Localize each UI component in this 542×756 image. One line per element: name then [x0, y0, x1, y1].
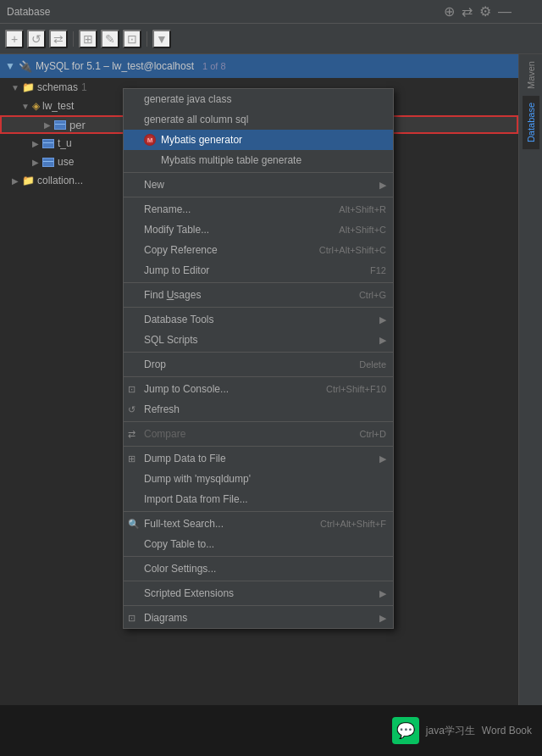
minimize-icon[interactable]: —	[498, 4, 512, 19]
menu-copy-ref[interactable]: Copy Reference Ctrl+Alt+Shift+C	[124, 240, 393, 260]
menu-diagrams-label: Diagrams	[144, 612, 379, 624]
mybatis-icon: M	[144, 134, 156, 146]
arrow-right-icon-4: ▶	[10, 175, 20, 186]
menu-import-data[interactable]: Import Data from File...	[124, 489, 393, 509]
menu-rename-shortcut: Alt+Shift+R	[339, 204, 386, 214]
search-icon: 🔍	[128, 519, 140, 530]
schemas-folder-icon: 📁	[22, 81, 35, 93]
use-label: use	[58, 156, 74, 168]
menu-sql-scripts[interactable]: SQL Scripts ▶	[124, 330, 393, 350]
grid-button[interactable]: ⊞	[79, 30, 97, 48]
menu-modify-table-shortcut: Alt+Shift+C	[339, 225, 386, 235]
menu-rename[interactable]: Rename... Alt+Shift+R	[124, 199, 393, 220]
menu-dump-file[interactable]: ⊞ Dump Data to File ▶	[124, 448, 393, 469]
menu-sep-12	[124, 605, 393, 606]
menu-sql-scripts-label: SQL Scripts	[144, 334, 379, 346]
menu-scripted-ext[interactable]: Scripted Extensions ▶	[124, 583, 393, 603]
view-button[interactable]: ⊡	[123, 30, 141, 48]
collapse-arrow: ▼	[5, 60, 15, 72]
right-tabs: Maven Database	[518, 54, 542, 756]
menu-diagrams[interactable]: ⊡ Diagrams ▶	[124, 608, 393, 628]
menu-mybatis-multi-label: Mybatis multiple table generate	[161, 154, 386, 166]
menu-diagrams-arrow: ▶	[379, 613, 386, 624]
tu-label: t_u	[58, 137, 72, 149]
menu-full-text-label: Full-text Search...	[144, 518, 303, 530]
main-area: ▼ 🔌 MySQL for 5.1 – lw_test@localhost 1 …	[0, 54, 542, 756]
filter-button[interactable]: ▼	[152, 30, 171, 48]
page-indicator: 1 of 8	[202, 61, 226, 71]
menu-generate-sql[interactable]: generate all column sql	[124, 109, 393, 130]
menu-find-usages[interactable]: Find Usages Ctrl+G	[124, 285, 393, 305]
add-icon[interactable]: ⊕	[444, 3, 455, 19]
sync-button[interactable]: ⇄	[49, 30, 68, 48]
title-bar-text: Database	[7, 6, 50, 18]
db-connection-header[interactable]: ▼ 🔌 MySQL for 5.1 – lw_test@localhost 1 …	[0, 54, 518, 78]
menu-rename-label: Rename...	[144, 203, 322, 215]
menu-copy-table[interactable]: Copy Table to...	[124, 534, 393, 554]
menu-sep-7	[124, 421, 393, 422]
menu-compare: ⇄ Compare Ctrl+D	[124, 424, 393, 444]
swap-icon[interactable]: ⇄	[462, 3, 473, 19]
lw-test-label: lw_test	[42, 100, 74, 112]
menu-sep-9	[124, 511, 393, 512]
arrow-down-icon-2: ▼	[20, 101, 30, 111]
tab-maven[interactable]: Maven	[523, 54, 539, 96]
menu-mybatis-gen[interactable]: M Mybatis generator	[124, 130, 393, 150]
menu-new-arrow: ▶	[379, 180, 386, 191]
refresh-button[interactable]: ↺	[27, 30, 46, 48]
toolbar: + ↺ ⇄ ⊞ ✎ ⊡ ▼	[0, 24, 542, 54]
menu-sep-3	[124, 282, 393, 283]
arrow-right-icon-2: ▶	[30, 138, 41, 148]
menu-drop-shortcut: Delete	[359, 359, 386, 370]
menu-modify-table[interactable]: Modify Table... Alt+Shift+C	[124, 220, 393, 240]
menu-copy-ref-shortcut: Ctrl+Alt+Shift+C	[319, 245, 386, 255]
toolbar-sep-2	[147, 31, 147, 47]
menu-db-tools-arrow: ▶	[379, 314, 386, 325]
menu-generate-java[interactable]: generate java class	[124, 89, 393, 109]
menu-copy-ref-label: Copy Reference	[144, 244, 302, 256]
mybatis-multi-icon	[144, 154, 156, 166]
menu-compare-shortcut: Ctrl+D	[360, 429, 386, 439]
wechat-icon: 💬	[392, 717, 419, 744]
menu-refresh[interactable]: ↺ Refresh	[124, 399, 393, 420]
menu-jump-console-shortcut: Ctrl+Shift+F10	[326, 384, 386, 394]
refresh-icon: ↺	[128, 404, 136, 415]
menu-sql-scripts-arrow: ▶	[379, 335, 386, 346]
menu-new[interactable]: New ▶	[124, 175, 393, 195]
menu-refresh-label: Refresh	[144, 403, 386, 415]
context-menu: generate java class generate all column …	[123, 88, 394, 629]
add-button[interactable]: +	[5, 30, 24, 48]
menu-mybatis-multi[interactable]: Mybatis multiple table generate	[124, 150, 393, 170]
arrow-down-icon: ▼	[10, 82, 20, 92]
arrow-right-icon-3: ▶	[30, 157, 41, 167]
toolbar-sep-1	[73, 31, 74, 47]
menu-full-text-shortcut: Ctrl+Alt+Shift+F	[320, 519, 386, 529]
diagram-icon: ⊡	[128, 613, 136, 624]
compare-icon: ⇄	[128, 429, 136, 440]
settings-icon[interactable]: ⚙	[479, 3, 491, 19]
menu-color-settings[interactable]: Color Settings...	[124, 559, 393, 579]
menu-find-usages-shortcut: Ctrl+G	[359, 290, 386, 300]
menu-sep-4	[124, 307, 393, 308]
schemas-count: 1	[81, 81, 87, 93]
table-icon-tu	[42, 139, 54, 148]
menu-jump-console[interactable]: ⊡ Jump to Console... Ctrl+Shift+F10	[124, 379, 393, 399]
menu-generate-sql-label: generate all column sql	[144, 114, 386, 125]
table-icon-per	[54, 120, 66, 130]
menu-dump-file-label: Dump Data to File	[144, 453, 379, 464]
top-right-icons: ⊕ ⇄ ⚙ —	[444, 3, 512, 19]
tab-database[interactable]: Database	[523, 96, 539, 149]
menu-jump-editor[interactable]: Jump to Editor F12	[124, 260, 393, 281]
bottom-username: java学习生	[426, 724, 475, 738]
menu-dump-mysqldump[interactable]: Dump with 'mysqldump'	[124, 469, 393, 489]
menu-mybatis-gen-label: Mybatis generator	[161, 134, 386, 146]
menu-db-tools[interactable]: Database Tools ▶	[124, 309, 393, 330]
db-type-icon: 🔌	[19, 60, 32, 73]
bottom-bar: 💬 java学习生 Word Book	[0, 705, 542, 756]
menu-drop[interactable]: Drop Delete	[124, 354, 393, 375]
menu-full-text[interactable]: 🔍 Full-text Search... Ctrl+Alt+Shift+F	[124, 514, 393, 534]
menu-jump-console-label: Jump to Console...	[144, 383, 309, 395]
menu-jump-editor-shortcut: F12	[370, 265, 386, 275]
menu-import-data-label: Import Data from File...	[144, 493, 386, 505]
edit-button[interactable]: ✎	[101, 30, 119, 48]
